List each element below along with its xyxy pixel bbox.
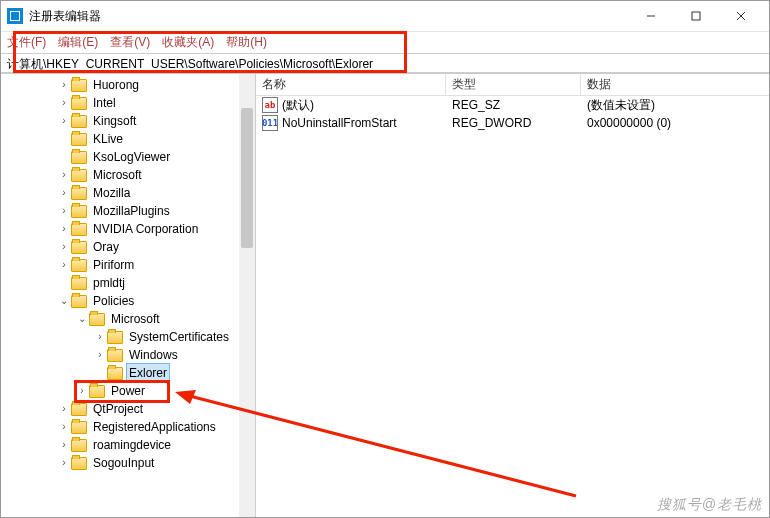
folder-icon [71,97,87,110]
chevron-right-icon[interactable] [93,328,107,346]
chevron-right-icon[interactable] [57,76,71,94]
tree-item[interactable]: Piriform [1,256,255,274]
close-button[interactable] [718,1,763,31]
folder-icon [71,133,87,146]
tree-item[interactable]: Huorong [1,76,255,94]
folder-icon [71,151,87,164]
tree-item-label: RegisteredApplications [91,418,218,436]
chevron-right-icon[interactable] [93,346,107,364]
value-row[interactable]: ab(默认)REG_SZ(数值未设置) [256,96,769,114]
chevron-right-icon[interactable] [57,184,71,202]
tree-item[interactable]: Kingsoft [1,112,255,130]
tree-item[interactable]: Mozilla [1,184,255,202]
chevron-down-icon[interactable] [57,292,71,310]
chevron-right-icon[interactable] [57,94,71,112]
menu-edit[interactable]: 编辑(E) [58,34,98,51]
tree-item-label: KLive [91,130,125,148]
tree-pane[interactable]: HuorongIntelKingsoftKLiveKsoLogViewerMic… [1,74,256,517]
tree-item[interactable]: Policies [1,292,255,310]
tree-item-label: QtProject [91,400,145,418]
folder-icon [71,169,87,182]
app-icon [7,8,23,24]
chevron-right-icon[interactable] [57,166,71,184]
window-title: 注册表编辑器 [29,8,628,25]
title-bar[interactable]: 注册表编辑器 [1,1,769,31]
regedit-window: 注册表编辑器 文件(F) 编辑(E) 查看(V) 收藏夹(A) 帮助(H) 计算… [0,0,770,518]
chevron-right-icon[interactable] [57,454,71,472]
menu-favorites[interactable]: 收藏夹(A) [162,34,214,51]
minimize-button[interactable] [628,1,673,31]
chevron-right-icon[interactable] [57,400,71,418]
tree-item-label: pmldtj [91,274,127,292]
values-pane[interactable]: 名称 类型 数据 ab(默认)REG_SZ(数值未设置)011NoUninsta… [256,74,769,517]
value-data: 0x00000000 (0) [581,116,769,130]
folder-icon [71,277,87,290]
tree-item-label: Oray [91,238,121,256]
folder-icon [107,349,123,362]
value-name: NoUninstallFromStart [282,116,397,130]
tree-item-label: Policies [91,292,136,310]
menu-file[interactable]: 文件(F) [7,34,46,51]
chevron-right-icon[interactable] [75,382,89,400]
tree-item-label: Microsoft [109,310,162,328]
tree-item-label: KsoLogViewer [91,148,172,166]
tree-item[interactable]: Oray [1,238,255,256]
tree-item[interactable]: Microsoft [1,166,255,184]
tree-item-label: Intel [91,94,118,112]
value-row[interactable]: 011NoUninstallFromStartREG_DWORD0x000000… [256,114,769,132]
folder-icon [71,205,87,218]
chevron-right-icon[interactable] [57,202,71,220]
tree-item[interactable]: QtProject [1,400,255,418]
tree-item[interactable]: MozillaPlugins [1,202,255,220]
tree-item[interactable]: SogouInput [1,454,255,472]
tree-item[interactable]: Power [1,382,255,400]
tree-item[interactable]: Intel [1,94,255,112]
col-data[interactable]: 数据 [581,74,769,95]
tree-item[interactable]: RegisteredApplications [1,418,255,436]
address-bar[interactable]: 计算机\HKEY_CURRENT_USER\Software\Policies\… [1,53,769,73]
menu-help[interactable]: 帮助(H) [226,34,267,51]
maximize-button[interactable] [673,1,718,31]
tree-item[interactable]: Exlorer [1,364,255,382]
tree-item-label: Power [109,382,147,400]
folder-icon [71,79,87,92]
chevron-right-icon[interactable] [57,256,71,274]
value-name: (默认) [282,97,314,114]
chevron-down-icon[interactable] [75,310,89,328]
folder-icon [71,295,87,308]
string-value-icon: ab [262,97,278,113]
chevron-right-icon[interactable] [57,418,71,436]
tree-item[interactable]: Microsoft [1,310,255,328]
folder-icon [89,313,105,326]
folder-icon [107,331,123,344]
tree-item-label: SogouInput [91,454,156,472]
tree-scrollbar[interactable] [239,74,255,517]
tree-item[interactable]: roamingdevice [1,436,255,454]
folder-icon [71,187,87,200]
tree-item-label: MozillaPlugins [91,202,172,220]
tree-item[interactable]: Windows [1,346,255,364]
tree-item-label: Microsoft [91,166,144,184]
tree-item[interactable]: pmldtj [1,274,255,292]
value-data: (数值未设置) [581,97,769,114]
chevron-right-icon[interactable] [57,220,71,238]
tree-item[interactable]: NVIDIA Corporation [1,220,255,238]
chevron-right-icon[interactable] [57,436,71,454]
tree-scroll-thumb[interactable] [241,108,253,248]
menu-bar: 文件(F) 编辑(E) 查看(V) 收藏夹(A) 帮助(H) [1,31,769,53]
col-name[interactable]: 名称 [256,74,446,95]
tree-item-label: Kingsoft [91,112,138,130]
chevron-right-icon[interactable] [57,238,71,256]
menu-view[interactable]: 查看(V) [110,34,150,51]
tree-item-label: Mozilla [91,184,132,202]
col-type[interactable]: 类型 [446,74,581,95]
tree-item[interactable]: KsoLogViewer [1,148,255,166]
client-area: HuorongIntelKingsoftKLiveKsoLogViewerMic… [1,73,769,517]
tree-item[interactable]: KLive [1,130,255,148]
tree-item-label: SystemCertificates [127,328,231,346]
folder-icon [71,259,87,272]
folder-icon [71,403,87,416]
values-header[interactable]: 名称 类型 数据 [256,74,769,96]
tree-item[interactable]: SystemCertificates [1,328,255,346]
chevron-right-icon[interactable] [57,112,71,130]
